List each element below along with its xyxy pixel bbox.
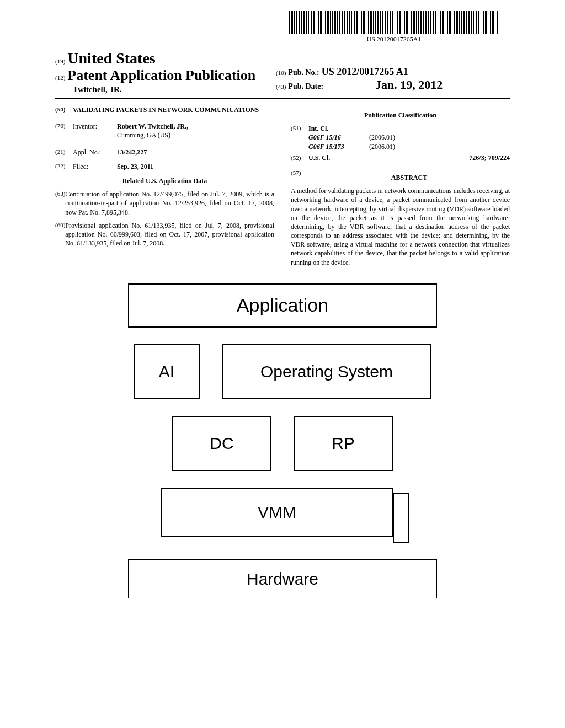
code-10: (10) bbox=[276, 69, 286, 76]
diagram-rp-box: RP bbox=[294, 416, 393, 471]
diagram-os-box: Operating System bbox=[222, 344, 431, 399]
code-76: (76) bbox=[55, 122, 73, 140]
right-column: Publication Classification (51) Int. Cl.… bbox=[291, 105, 510, 267]
intcl1-code: G06F 15/16 bbox=[308, 133, 369, 142]
code-19: (19) bbox=[55, 58, 65, 65]
diagram-dc-box: DC bbox=[172, 416, 271, 471]
code-60: (60) bbox=[55, 221, 65, 248]
dots-leader bbox=[332, 160, 467, 160]
code-22: (22) bbox=[55, 162, 73, 171]
continuation-text: Continuation of application No. 12/499,0… bbox=[65, 190, 274, 217]
inventor-name: Robert W. Twitchell, JR., bbox=[117, 122, 188, 130]
page-content: (19) United States (12) Patent Applicati… bbox=[0, 0, 565, 609]
inventor-label: Inventor: bbox=[73, 122, 117, 140]
abstract-label: ABSTRACT bbox=[308, 173, 510, 182]
barcode-region: US 20120017265A1 bbox=[289, 11, 499, 44]
uscl-label: U.S. Cl. bbox=[308, 153, 330, 162]
code-63: (63) bbox=[55, 190, 65, 217]
diagram-vmm-side-box bbox=[393, 493, 409, 543]
filed-value: Sep. 23, 2011 bbox=[117, 162, 153, 171]
publication-type: Patent Application Publication bbox=[67, 67, 255, 83]
diagram-vmm-box: VMM bbox=[161, 488, 393, 537]
abstract-text: A method for validating packets in netwo… bbox=[291, 186, 510, 267]
header-block: (19) United States (12) Patent Applicati… bbox=[55, 50, 510, 94]
intcl2-code: G06F 15/173 bbox=[308, 142, 369, 151]
appl-no-label: Appl. No.: bbox=[73, 148, 117, 157]
barcode-text: US 20120017265A1 bbox=[289, 35, 499, 44]
pub-date-value: Jan. 19, 2012 bbox=[375, 78, 443, 92]
header-rule bbox=[55, 98, 510, 99]
diagram-application-box: Application bbox=[128, 283, 437, 328]
code-12: (12) bbox=[55, 74, 65, 81]
author-name: Twitchell, JR. bbox=[55, 85, 255, 94]
pub-date-label: Pub. Date: bbox=[288, 82, 323, 90]
intcl2-ver: (2006.01) bbox=[369, 142, 395, 151]
code-43: (43) bbox=[276, 83, 286, 90]
barcode-graphic bbox=[289, 11, 499, 34]
biblio-columns: (54) VALIDATING PACKETS IN NETWORK COMMU… bbox=[55, 105, 510, 267]
appl-no-value: 13/242,227 bbox=[117, 148, 147, 157]
classification-title: Publication Classification bbox=[291, 111, 510, 120]
filed-label: Filed: bbox=[73, 162, 117, 171]
code-57: (57) bbox=[291, 169, 308, 186]
code-51: (51) bbox=[291, 124, 308, 151]
related-data-title: Related U.S. Application Data bbox=[55, 176, 274, 185]
code-52: (52) bbox=[291, 154, 308, 162]
diagram-hardware-box: Hardware bbox=[128, 559, 437, 598]
code-21: (21) bbox=[55, 148, 73, 157]
left-column: (54) VALIDATING PACKETS IN NETWORK COMMU… bbox=[55, 105, 274, 267]
figure-diagram: Application AI Operating System DC RP VM… bbox=[111, 283, 454, 598]
inventor-location: Cumming, GA (US) bbox=[117, 131, 170, 139]
pub-no-value: US 2012/0017265 A1 bbox=[322, 66, 408, 77]
provisional-text: Provisional application No. 61/133,935, … bbox=[65, 221, 274, 248]
uscl-value: 726/3; 709/224 bbox=[469, 153, 510, 162]
pub-no-label: Pub. No.: bbox=[288, 68, 319, 77]
country-name: United States bbox=[67, 50, 155, 67]
intcl-label: Int. Cl. bbox=[308, 124, 510, 133]
invention-title: VALIDATING PACKETS IN NETWORK COMMUNICAT… bbox=[73, 105, 259, 114]
diagram-ai-box: AI bbox=[134, 344, 200, 399]
code-54: (54) bbox=[55, 105, 73, 114]
intcl1-ver: (2006.01) bbox=[369, 133, 395, 142]
